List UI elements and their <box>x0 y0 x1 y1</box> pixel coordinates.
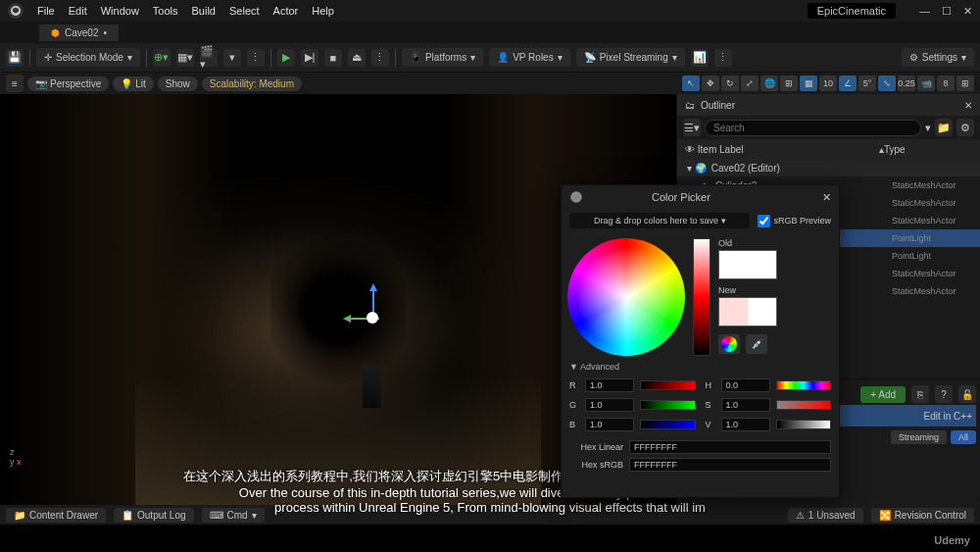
minimize-icon[interactable]: — <box>919 5 930 18</box>
ue-logo-icon <box>569 190 583 204</box>
h-input[interactable]: 0.0 <box>721 378 770 392</box>
menu-tools[interactable]: Tools <box>153 5 178 17</box>
g-input[interactable]: 1.0 <box>585 398 634 412</box>
blueprint-icon[interactable]: ⎘ <box>911 385 929 403</box>
settings-button[interactable]: ⚙ Settings ▾ <box>902 48 974 67</box>
srgb-checkbox[interactable]: sRGB Preview <box>758 215 831 227</box>
advanced-toggle[interactable]: ▼ Advanced <box>562 362 839 372</box>
menu-help[interactable]: Help <box>312 5 334 17</box>
skip-button[interactable]: ▶| <box>301 49 318 67</box>
lock-icon[interactable]: 🔓 <box>958 385 976 403</box>
viewport-menu-icon[interactable]: ≡ <box>6 75 24 92</box>
select-tool-icon[interactable]: ↖ <box>682 75 700 91</box>
s-input[interactable]: 1.0 <box>721 398 770 412</box>
add-component-button[interactable]: + Add <box>860 386 906 403</box>
eyedropper-icon[interactable]: 💉 <box>746 334 767 354</box>
value-strip[interactable] <box>693 238 710 356</box>
color-picker-dialog: Color Picker ✕ Drag & drop colors here t… <box>561 184 840 498</box>
level-tab[interactable]: ⬢ Cave02• <box>39 25 119 41</box>
add-content-button[interactable]: ⊕▾ <box>153 49 171 67</box>
selection-mode-button[interactable]: ✛ Selection Mode ▾ <box>36 48 140 67</box>
new-color-swatch[interactable] <box>718 297 777 326</box>
viewport-maximize-icon[interactable]: ⊞ <box>956 75 974 91</box>
world-local-icon[interactable]: 🌐 <box>760 75 778 91</box>
world-row[interactable]: ▾ 🌍 Cave02 (Editor) <box>677 159 980 176</box>
color-wheel[interactable] <box>567 238 685 356</box>
gear-icon[interactable]: ⚙ <box>956 119 974 136</box>
visibility-icon: 👁 <box>685 144 695 155</box>
h-slider[interactable] <box>776 380 832 390</box>
filter-streaming[interactable]: Streaming <box>891 430 947 444</box>
cinematics-icon[interactable]: 🎬▾ <box>200 49 218 67</box>
filter-all[interactable]: All <box>951 430 976 444</box>
menu-window[interactable]: Window <box>101 5 139 17</box>
close-tab-icon[interactable]: ✕ <box>964 100 972 111</box>
cursor-icon: ✛ <box>44 52 52 63</box>
platforms-button[interactable]: 📱 Platforms ▾ <box>402 48 483 67</box>
outliner-header[interactable]: 👁 Item Label ▴ Type <box>677 139 980 159</box>
lit-mode-button[interactable]: 💡 Lit <box>113 76 154 91</box>
revision-control-button[interactable]: 🔀 Revision Control <box>871 508 974 523</box>
search-options-icon[interactable]: ▾ <box>925 122 931 134</box>
output-log-button[interactable]: 📋 Output Log <box>114 508 193 523</box>
pixel-streaming-button[interactable]: 📡 Pixel Streaming ▾ <box>576 48 685 67</box>
content-drawer-button[interactable]: 📁 Content Drawer <box>6 508 106 523</box>
perspective-button[interactable]: 📷 Perspective <box>27 76 109 91</box>
menu-file[interactable]: File <box>37 5 55 17</box>
menu-actor[interactable]: Actor <box>273 5 299 17</box>
scale-snap-value[interactable]: 0.25 <box>898 75 915 91</box>
grid-snap-icon[interactable]: ▦ <box>800 75 817 91</box>
r-slider[interactable] <box>640 380 696 390</box>
trace-icon[interactable]: 📊 <box>691 49 709 67</box>
scalability-button[interactable]: Scalability: Medium <box>202 76 302 91</box>
translate-tool-icon[interactable]: ✥ <box>702 75 719 91</box>
close-icon[interactable]: ✕ <box>963 5 972 18</box>
r-input[interactable]: 1.0 <box>585 378 634 392</box>
theme-picker-icon[interactable] <box>718 334 740 354</box>
outliner-search-input[interactable] <box>705 120 921 136</box>
play-options-icon[interactable]: ⋮ <box>371 49 389 67</box>
vp-roles-button[interactable]: 👤 VP Roles ▾ <box>489 48 570 67</box>
menu-select[interactable]: Select <box>229 5 260 17</box>
folder-add-icon[interactable]: 📁 <box>935 119 953 136</box>
stop-button[interactable]: ■ <box>324 49 342 67</box>
save-button[interactable]: 💾 <box>6 49 24 67</box>
more-icon[interactable]: ⋮ <box>247 49 265 67</box>
show-button[interactable]: Show <box>158 76 198 91</box>
cmd-button[interactable]: ⌨ Cmd ▾ <box>202 508 265 523</box>
g-slider[interactable] <box>640 400 696 410</box>
surface-snap-icon[interactable]: ⊞ <box>780 75 798 91</box>
eject-button[interactable]: ⏏ <box>348 49 366 67</box>
scale-snap-icon[interactable]: ⤡ <box>878 75 896 91</box>
v-slider[interactable] <box>776 420 832 429</box>
b-slider[interactable] <box>640 420 696 429</box>
maximize-icon[interactable]: ☐ <box>942 5 952 18</box>
scale-tool-icon[interactable]: ⤢ <box>741 75 759 91</box>
angle-snap-icon[interactable]: ∠ <box>839 75 857 91</box>
rotate-tool-icon[interactable]: ↻ <box>721 75 739 91</box>
more2-icon[interactable]: ⋮ <box>714 49 732 67</box>
b-input[interactable]: 1.0 <box>585 418 634 431</box>
angle-snap-value[interactable]: 5° <box>858 75 876 91</box>
outliner-tab[interactable]: 🗂 Outliner ✕ <box>677 94 980 116</box>
filter-icon[interactable]: ☰▾ <box>683 119 701 136</box>
camera-speed-value[interactable]: 8 <box>937 75 955 91</box>
old-color-swatch[interactable] <box>718 250 777 279</box>
help-icon[interactable]: ? <box>935 385 953 403</box>
sequencer-icon[interactable]: ▾ <box>223 49 241 67</box>
hex-srgb-input[interactable]: FFFFFFFF <box>629 458 831 472</box>
color-save-drop[interactable]: Drag & drop colors here to save ▾ <box>569 213 750 228</box>
menu-edit[interactable]: Edit <box>69 5 87 17</box>
grid-snap-value[interactable]: 10 <box>819 75 837 91</box>
close-dialog-icon[interactable]: ✕ <box>822 191 831 204</box>
camera-speed-icon[interactable]: 📹 <box>917 75 935 91</box>
unsaved-button[interactable]: ⚠ 1 Unsaved <box>788 508 863 523</box>
tab-label: Cave02 <box>65 27 98 38</box>
v-input[interactable]: 1.0 <box>721 418 770 431</box>
s-slider[interactable] <box>776 400 832 410</box>
menu-build[interactable]: Build <box>192 5 216 17</box>
play-button[interactable]: ▶ <box>277 49 295 67</box>
transform-gizmo[interactable] <box>345 285 400 340</box>
hex-linear-input[interactable]: FFFFFFFF <box>629 440 831 454</box>
marketplace-icon[interactable]: ▦▾ <box>176 49 194 67</box>
